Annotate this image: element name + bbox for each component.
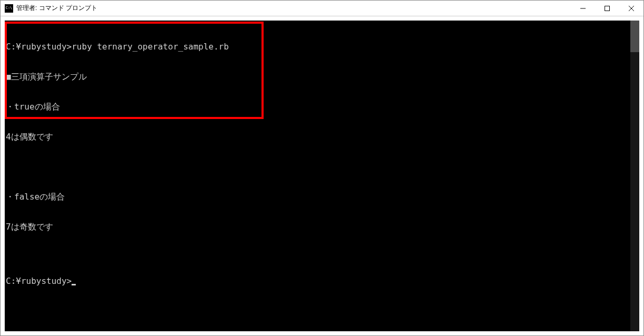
terminal-line: 4は偶数です — [5, 132, 630, 142]
scrollbar[interactable] — [630, 21, 639, 331]
scrollbar-thumb[interactable] — [630, 21, 639, 52]
maximize-button[interactable] — [595, 1, 619, 16]
minimize-icon — [580, 6, 586, 11]
svg-rect-1 — [605, 6, 610, 11]
terminal-area[interactable]: C:¥rubystudy>ruby ternary_operator_sampl… — [1, 16, 643, 335]
window-controls — [571, 1, 643, 16]
prompt-area: C:¥rubystudy> — [5, 256, 630, 306]
close-button[interactable] — [619, 1, 643, 16]
terminal-content: C:¥rubystudy>ruby ternary_operator_sampl… — [5, 21, 630, 331]
app-icon — [5, 4, 13, 13]
terminal-line: ・trueの場合 — [5, 102, 630, 112]
window-title: 管理者: コマンド プロンプト — [16, 4, 97, 13]
terminal-line: C:¥rubystudy>ruby ternary_operator_sampl… — [5, 42, 630, 52]
maximize-icon — [605, 6, 610, 11]
terminal-line: ■三項演算子サンプル — [5, 72, 630, 82]
terminal-line: 7は奇数です — [5, 222, 630, 232]
current-prompt-line: C:¥rubystudy> — [5, 276, 630, 286]
close-icon — [629, 6, 634, 11]
cursor — [72, 284, 76, 285]
terminal-line: ・falseの場合 — [5, 192, 630, 202]
command-prompt-window: 管理者: コマンド プロンプト C:¥r — [0, 0, 644, 336]
minimize-button[interactable] — [571, 1, 595, 16]
prompt-text: C:¥rubystudy> — [6, 276, 72, 286]
terminal-line — [5, 162, 630, 172]
titlebar[interactable]: 管理者: コマンド プロンプト — [1, 1, 643, 16]
